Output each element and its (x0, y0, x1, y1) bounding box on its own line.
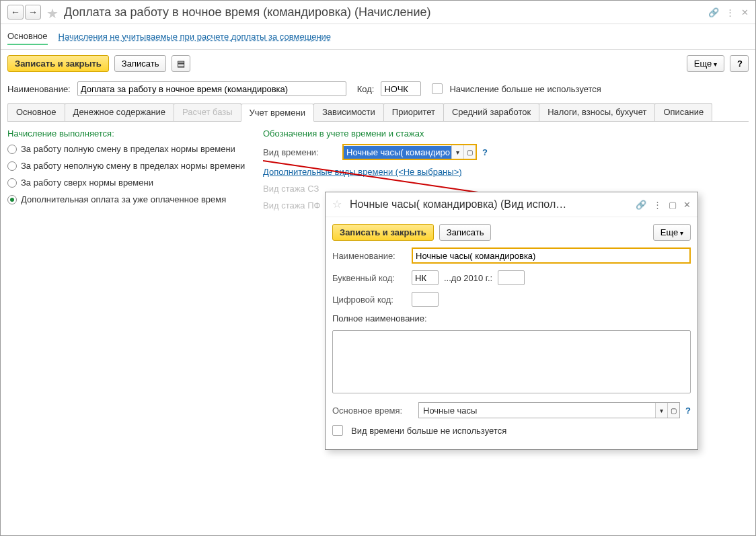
report-icon: ▤ (177, 59, 185, 69)
modal-disabled-label: Вид времени больше не используется (351, 426, 506, 436)
tab-avg[interactable]: Средний заработок (443, 103, 539, 121)
page-title: Доплата за работу в ночное время (команд… (64, 5, 708, 20)
tab-taxes[interactable]: Налоги, взносы, бухучет (539, 103, 655, 121)
name-input[interactable] (77, 81, 346, 96)
tab-main[interactable]: Основное (7, 103, 65, 121)
open-icon[interactable]: ▢ (667, 403, 679, 418)
more-button[interactable]: Еще (687, 55, 724, 72)
radio-overtime[interactable]: За работу сверх нормы времени (7, 178, 250, 188)
modal-more-button[interactable]: Еще (653, 224, 691, 241)
chevron-down-icon[interactable]: ▾ (655, 403, 667, 418)
tab-time[interactable]: Учет времени (241, 104, 314, 122)
maximize-icon[interactable]: ▢ (669, 200, 677, 210)
tab-money[interactable]: Денежное содержание (65, 103, 174, 121)
subnav-exclusions-link[interactable]: Начисления не учитываемые при расчете до… (59, 32, 332, 42)
radio-partial-shift[interactable]: За работу неполную смену в пределах норм… (7, 161, 250, 171)
pf-label: Вид стажа ПФ (263, 200, 320, 210)
radio-label: Дополнительная оплата за уже оплаченное … (21, 194, 226, 204)
digit-code-input[interactable] (412, 292, 439, 307)
disabled-label: Начисление больше не используется (449, 84, 601, 94)
favorite-star-icon[interactable]: ★ (46, 5, 60, 19)
radio-label: За работу сверх нормы времени (21, 178, 153, 188)
time-type-select[interactable]: Ночные часы( командиро ▾ ▢ (342, 144, 477, 160)
tab-base: Расчет базы (174, 103, 241, 121)
until-2010-label: ...до 2010 г.: (444, 273, 492, 283)
radio-label: За работу неполную смену в пределах норм… (21, 161, 245, 171)
radio-full-shift[interactable]: За работу полную смену в пределах нормы … (7, 144, 250, 154)
tab-deps[interactable]: Зависимости (313, 103, 384, 121)
radio-icon (7, 178, 17, 188)
help-button[interactable]: ? (730, 55, 749, 72)
full-name-textarea[interactable] (332, 330, 691, 393)
letter-code-input[interactable] (412, 270, 439, 285)
letter-code-label: Буквенный код: (332, 273, 406, 283)
radio-additional-pay[interactable]: Дополнительная оплата за уже оплаченное … (7, 194, 250, 204)
right-section-title: Обозначения в учете времени и стажах (263, 128, 749, 139)
code-input[interactable] (381, 81, 421, 96)
time-type-modal: ☆ Ночные часы( командировка) (Вид испол…… (325, 192, 698, 450)
modal-name-label: Наименование: (332, 251, 406, 261)
favorite-star-icon[interactable]: ☆ (332, 198, 346, 211)
base-time-label: Основное время: (332, 406, 413, 416)
base-time-select[interactable]: Ночные часы ▾ ▢ (418, 402, 680, 418)
additional-types-link[interactable]: Дополнительные виды времени (<Не выбраны… (263, 167, 462, 177)
disabled-checkbox[interactable] (432, 83, 443, 94)
radio-label: За работу полную смену в пределах нормы … (21, 144, 235, 154)
subnav-main[interactable]: Основное (7, 28, 48, 45)
modal-title: Ночные часы( командировка) (Вид испол… (350, 198, 636, 210)
time-type-value: Ночные часы( командиро (344, 146, 451, 159)
name-label: Наименование: (7, 84, 71, 94)
base-time-value: Ночные часы (419, 404, 655, 417)
modal-disabled-checkbox[interactable] (332, 425, 343, 436)
close-icon[interactable]: ✕ (683, 200, 691, 210)
code-label: Код: (357, 84, 375, 94)
link-icon[interactable]: 🔗 (708, 7, 719, 17)
nav-back-button[interactable]: ← (7, 5, 24, 20)
help-icon[interactable]: ? (685, 406, 691, 416)
modal-save-close-button[interactable]: Записать и закрыть (332, 224, 434, 241)
report-button[interactable]: ▤ (172, 55, 190, 72)
chevron-down-icon[interactable]: ▾ (451, 145, 463, 159)
szv-label: Вид стажа СЗ (263, 184, 319, 194)
kebab-menu-icon[interactable]: ⋮ (726, 7, 734, 17)
close-icon[interactable]: ✕ (741, 7, 749, 17)
tab-priority[interactable]: Приоритет (383, 103, 444, 121)
modal-save-button[interactable]: Записать (439, 224, 492, 241)
full-name-label: Полное наименование: (332, 313, 427, 323)
radio-icon (7, 161, 17, 171)
tab-desc[interactable]: Описание (654, 103, 712, 121)
save-button[interactable]: Записать (114, 55, 167, 72)
radio-icon (7, 195, 17, 204)
link-icon[interactable]: 🔗 (636, 200, 646, 210)
left-section-title: Начисление выполняется: (7, 128, 250, 139)
modal-name-input[interactable] (413, 249, 689, 262)
nav-forward-button[interactable]: → (25, 5, 41, 20)
help-icon[interactable]: ? (482, 147, 488, 157)
open-icon[interactable]: ▢ (463, 145, 476, 159)
kebab-menu-icon[interactable]: ⋮ (653, 200, 662, 210)
save-and-close-button[interactable]: Записать и закрыть (7, 55, 109, 72)
until-2010-input[interactable] (498, 270, 525, 285)
digit-code-label: Цифровой код: (332, 295, 406, 305)
radio-icon (7, 145, 17, 154)
time-type-label: Вид времени: (263, 147, 337, 157)
